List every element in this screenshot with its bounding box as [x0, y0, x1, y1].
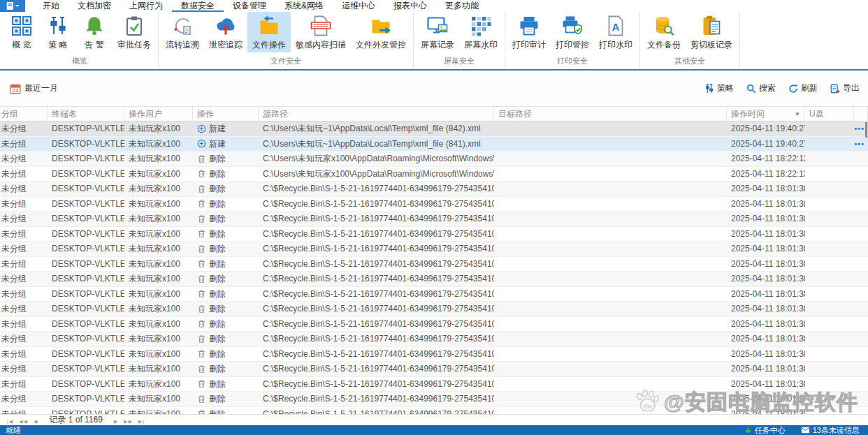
- next-group-button[interactable]: ▶▶: [121, 419, 136, 424]
- ribbon-button-circulation-trace[interactable]: 流转追溯: [161, 12, 204, 52]
- cell-usb: [805, 317, 854, 332]
- column-header-label: 操作时间: [731, 108, 765, 120]
- trash-icon: [197, 274, 206, 283]
- ribbon-group-label: 概览: [3, 54, 156, 69]
- cell-source: C:\$Recycle.Bin\S-1-5-21-1619774401-6349…: [259, 182, 494, 196]
- app-menu-button[interactable]: [0, 0, 25, 12]
- database-search-icon: [653, 15, 674, 36]
- ribbon-button-policy[interactable]: 策 略: [40, 12, 76, 52]
- cell-usb: [805, 152, 854, 166]
- table-row[interactable]: 未分组DESKTOP-VLKTLE1未知玩家x100新建C:\Users\未知玩…: [0, 121, 868, 137]
- table-row[interactable]: 未分组DESKTOP-VLKTLE1未知玩家x100删除C:\Users\未知玩…: [0, 167, 868, 182]
- table-row[interactable]: 未分组DESKTOP-VLKTLE1未知玩家x100删除C:\$Recycle.…: [0, 332, 868, 347]
- date-range-filter[interactable]: 23 最近一月: [10, 82, 58, 94]
- table-row[interactable]: 未分组DESKTOP-VLKTLE1未知玩家x100删除C:\$Recycle.…: [0, 212, 868, 227]
- ribbon-button-approval-tasks[interactable]: 审批任务: [113, 12, 156, 52]
- table-row[interactable]: 未分组DESKTOP-VLKTLE1未知玩家x100删除C:\$Recycle.…: [0, 227, 868, 242]
- ribbon-button-alert[interactable]: 告 警: [76, 12, 113, 52]
- table-row[interactable]: 未分组DESKTOP-VLKTLE1未知玩家x100删除C:\$Recycle.…: [0, 302, 868, 317]
- column-header-action[interactable]: 操作: [193, 107, 259, 121]
- table-row[interactable]: 未分组DESKTOP-VLKTLE1未知玩家x100删除C:\$Recycle.…: [0, 317, 868, 332]
- ribbon-button-print-control[interactable]: 打印管控: [551, 12, 594, 52]
- cell-terminal: DESKTOP-VLKTLE1: [48, 167, 124, 182]
- ribbon-button-print-audit[interactable]: 打印审计: [507, 12, 551, 52]
- menu-tab-doc-encryption[interactable]: 文档加密: [68, 0, 120, 12]
- ribbon-button-leak-tracking[interactable]: 泄密追踪: [204, 12, 247, 52]
- clipboard-record-icon: [701, 15, 722, 36]
- cell-usb: [805, 197, 854, 212]
- table-row[interactable]: 未分组DESKTOP-VLKTLE1未知玩家x100删除C:\$Recycle.…: [0, 377, 868, 392]
- table-row[interactable]: 未分组DESKTOP-VLKTLE1未知玩家x100删除C:\$Recycle.…: [0, 392, 868, 407]
- cell-time: 2025-04-11 18:01:38: [727, 302, 805, 316]
- file-operations-folder-icon: [259, 15, 280, 36]
- vertical-scrollbar[interactable]: [865, 122, 867, 413]
- table-row[interactable]: 未分组DESKTOP-VLKTLE1未知玩家x100删除C:\$Recycle.…: [0, 287, 868, 302]
- ribbon-button-label: 概 览: [12, 39, 31, 51]
- menu-tab-start[interactable]: 开始: [34, 0, 68, 12]
- toolbar-button-policy[interactable]: 策略: [704, 82, 734, 94]
- last-page-button[interactable]: ▶|: [136, 419, 147, 424]
- cell-target: [494, 167, 727, 182]
- menu-tab-internet-behavior[interactable]: 上网行为: [120, 0, 172, 12]
- table-row[interactable]: 未分组DESKTOP-VLKTLE1未知玩家x100删除C:\$Recycle.…: [0, 182, 868, 197]
- toolbar-button-search[interactable]: 搜索: [746, 82, 776, 94]
- column-header-label: U盘: [809, 108, 824, 120]
- overview-grid-icon: [11, 15, 32, 36]
- menu-tab-data-security[interactable]: 数据安全: [172, 0, 224, 12]
- cell-time: 2025-04-11 18:01:38: [727, 377, 805, 392]
- prev-group-button[interactable]: ◀◀: [16, 419, 31, 424]
- table-row[interactable]: 未分组DESKTOP-VLKTLE1未知玩家x100删除C:\$Recycle.…: [0, 347, 868, 362]
- scrollbar-thumb[interactable]: [865, 122, 867, 138]
- ribbon-button-print-watermark[interactable]: A打印水印: [594, 12, 637, 52]
- screen-record-icon: [427, 15, 448, 36]
- menu-tab-report-center[interactable]: 报表中心: [384, 0, 436, 12]
- circulation-trace-icon: [172, 15, 193, 36]
- action-label: 新建: [209, 121, 226, 135]
- first-page-button[interactable]: |◀: [4, 419, 16, 424]
- ribbon-button-file-backup[interactable]: 文件备份: [642, 12, 686, 52]
- table-row[interactable]: 未分组DESKTOP-VLKTLE1未知玩家x100删除C:\Users\未知玩…: [0, 152, 868, 167]
- cell-terminal: DESKTOP-VLKTLE1: [48, 197, 124, 212]
- cell-terminal: DESKTOP-VLKTLE1: [48, 242, 124, 256]
- column-header-source[interactable]: 源路径: [259, 107, 494, 121]
- action-label: 删除: [209, 332, 226, 346]
- cell-group: 未分组: [0, 257, 48, 272]
- next-record-button[interactable]: ▶: [111, 419, 121, 424]
- column-header-time[interactable]: 操作时间▼: [727, 107, 805, 121]
- ribbon-button-sensitive-content-scan[interactable]: 敏感内容扫描: [291, 12, 351, 52]
- column-header-menu[interactable]: [854, 107, 868, 121]
- column-header-terminal[interactable]: 终端名: [48, 107, 124, 121]
- table-row[interactable]: 未分组DESKTOP-VLKTLE1未知玩家x100删除C:\$Recycle.…: [0, 407, 868, 415]
- column-header-target[interactable]: 目标路径: [494, 107, 727, 121]
- column-header-group[interactable]: 分组: [0, 107, 48, 121]
- ribbon-button-label: 文件备份: [647, 39, 681, 51]
- task-center-button[interactable]: 任务中心: [744, 426, 786, 435]
- ribbon-button-clipboard-record[interactable]: 剪切板记录: [686, 12, 737, 52]
- table-row[interactable]: 未分组DESKTOP-VLKTLE1未知玩家x100删除C:\$Recycle.…: [0, 362, 868, 377]
- action-label: 删除: [209, 407, 226, 414]
- ribbon-button-overview[interactable]: 概 览: [3, 12, 40, 52]
- ribbon-button-screen-recording[interactable]: 屏幕记录: [416, 12, 459, 52]
- column-header-user[interactable]: 操作用户: [124, 107, 193, 121]
- trash-icon: [197, 409, 206, 414]
- menu-tab-ops-center[interactable]: 运维中心: [333, 0, 384, 12]
- cell-action: 删除: [193, 272, 259, 286]
- toolbar-button-export[interactable]: 导出: [830, 82, 860, 94]
- table-row[interactable]: 未分组DESKTOP-VLKTLE1未知玩家x100删除C:\$Recycle.…: [0, 197, 868, 212]
- toolbar-button-refresh[interactable]: 刷新: [788, 82, 818, 94]
- table-row[interactable]: 未分组DESKTOP-VLKTLE1未知玩家x100删除C:\$Recycle.…: [0, 272, 868, 287]
- column-header-usb[interactable]: U盘: [805, 107, 854, 121]
- ribbon-button-screen-watermark[interactable]: 屏幕水印: [459, 12, 502, 52]
- menu-tab-more-features[interactable]: 更多功能: [436, 0, 488, 12]
- table-row[interactable]: 未分组DESKTOP-VLKTLE1未知玩家x100新建C:\Users\未知玩…: [0, 137, 868, 152]
- prev-record-button[interactable]: ◀: [31, 419, 41, 424]
- cell-time: 2025-04-11 18:01:38: [727, 227, 805, 242]
- menu-tab-system-network[interactable]: 系统&网络: [275, 0, 333, 12]
- menu-tab-device-management[interactable]: 设备管理: [224, 0, 275, 12]
- table-row[interactable]: 未分组DESKTOP-VLKTLE1未知玩家x100删除C:\$Recycle.…: [0, 242, 868, 257]
- table-row[interactable]: 未分组DESKTOP-VLKTLE1未知玩家x100删除C:\$Recycle.…: [0, 257, 868, 272]
- unread-messages-button[interactable]: 13条未读信息: [801, 426, 860, 435]
- ribbon-button-file-outgoing-control[interactable]: 文件外发管控: [351, 12, 411, 52]
- action-label: 删除: [209, 317, 226, 331]
- ribbon-button-file-operations[interactable]: 文件操作: [247, 12, 291, 52]
